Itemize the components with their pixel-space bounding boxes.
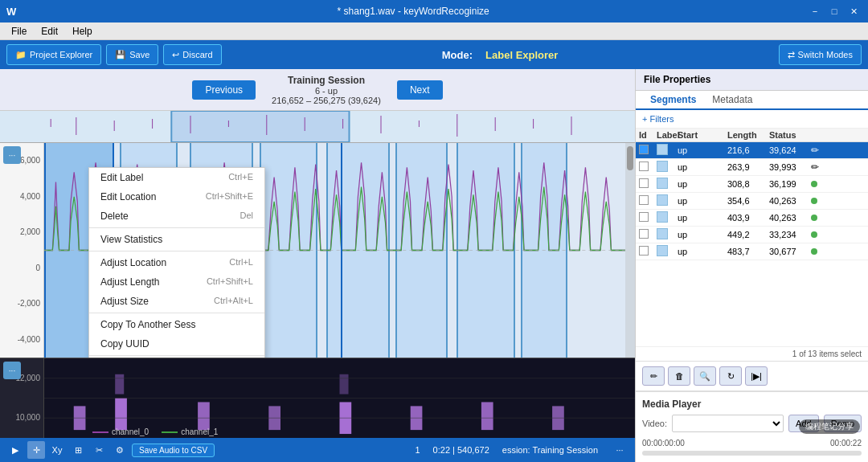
position-indicator: 1: [415, 445, 420, 455]
row-length: 39,624: [769, 145, 809, 155]
ctx-label: Edit Label: [100, 172, 143, 183]
row-checkbox[interactable]: [639, 145, 655, 156]
row-status: ✏: [811, 145, 843, 156]
context-menu-item[interactable]: Copy To Another Sess: [89, 315, 264, 334]
bottom-toolbar: ▶ ✛ Xy ⊞ ✂ ⚙ Save Audio to CSV 1 0:22 | …: [0, 438, 635, 462]
switch-modes-button[interactable]: ⇄ Switch Modes: [779, 44, 862, 65]
table-row[interactable]: up 308,8 36,199: [636, 176, 868, 193]
row-checkbox[interactable]: [639, 229, 655, 240]
legend: channel_0 channel_1: [92, 427, 218, 436]
waveform-main[interactable]: ··· 6,000 4,000 2,000 0 -2,000 -4,000: [0, 143, 635, 358]
next-action-button[interactable]: |▶|: [745, 366, 768, 386]
context-menu-item[interactable]: Adjust SizeCtrl+Alt+L: [89, 292, 264, 311]
table-header: Id Label Start Length Status: [636, 129, 868, 142]
row-checkbox[interactable]: [639, 212, 655, 223]
context-menu-item[interactable]: Adjust LocationCtrl+L: [89, 253, 264, 272]
context-menu-item[interactable]: DeleteDel: [89, 206, 264, 226]
next-button[interactable]: Next: [397, 80, 443, 100]
table-row[interactable]: up 483,7 30,677: [636, 243, 868, 260]
row-label: up: [678, 162, 726, 172]
bottom-waveform-options[interactable]: ···: [3, 362, 21, 379]
edit-menu[interactable]: Edit: [35, 24, 64, 39]
context-menu: Edit LabelCtrl+EEdit LocationCtrl+Shift+…: [88, 167, 265, 358]
row-status: [811, 213, 843, 223]
row-checkbox[interactable]: [639, 246, 655, 257]
segments-table[interactable]: Id Label Start Length Status up 216,6 39…: [636, 129, 868, 346]
cut-button[interactable]: ✂: [90, 441, 108, 459]
table-row[interactable]: up 263,9 39,993 ✏: [636, 159, 868, 176]
media-player-title: Media Player: [642, 399, 862, 410]
time-display: 0:22 | 540,672: [433, 445, 489, 455]
waveform-options-button[interactable]: ···: [3, 146, 21, 164]
timeline-bar[interactable]: [642, 451, 862, 456]
cursor-tool-button[interactable]: ✛: [27, 441, 45, 459]
discard-button[interactable]: ↩ Discard: [163, 44, 221, 65]
status-dot-icon: [811, 231, 817, 238]
mode-value: Label Explorer: [485, 49, 558, 61]
save-audio-csv-button[interactable]: Save Audio to CSV: [132, 444, 215, 457]
row-checkbox[interactable]: [639, 178, 655, 190]
filters-bar: + Filters: [636, 110, 868, 129]
fit-button[interactable]: ⊞: [69, 441, 87, 459]
table-row[interactable]: up 216,6 39,624 ✏: [636, 142, 868, 159]
table-row[interactable]: up 449,2 33,234: [636, 227, 868, 243]
svg-rect-1: [171, 111, 349, 142]
file-menu[interactable]: File: [5, 24, 33, 39]
tab-metadata[interactable]: Metadata: [704, 91, 760, 110]
maximize-button[interactable]: □: [826, 3, 842, 19]
status-dot-icon: [811, 181, 817, 187]
edit-action-button[interactable]: ✏: [642, 366, 665, 386]
status-dot-icon: [811, 198, 817, 204]
menubar: File Edit Help: [0, 22, 868, 40]
vertical-scrollbar[interactable]: [625, 143, 635, 358]
ctx-label: Copy To Another Sess: [100, 319, 196, 330]
discard-icon: ↩: [172, 50, 179, 60]
search-action-button[interactable]: 🔍: [694, 366, 716, 386]
row-label: up: [678, 145, 726, 155]
row-color: [657, 161, 676, 174]
context-menu-item[interactable]: Edit LabelCtrl+E: [89, 168, 264, 187]
video-select[interactable]: [672, 415, 784, 432]
row-start: 449,2: [727, 230, 768, 239]
waveform-canvas[interactable]: Edit LabelCtrl+EEdit LocationCtrl+Shift+…: [44, 143, 625, 358]
waveform-overview[interactable]: [0, 111, 635, 143]
tab-segments[interactable]: Segments: [642, 91, 704, 110]
context-menu-item[interactable]: Copy UUID: [89, 334, 264, 354]
previous-button[interactable]: Previous: [192, 80, 256, 100]
context-menu-item[interactable]: View Statistics: [89, 230, 264, 249]
col-start: Start: [678, 130, 726, 140]
spectrogram-svg: [44, 358, 635, 438]
filters-toggle[interactable]: + Filters: [642, 114, 674, 124]
tab-bar: Segments Metadata: [636, 91, 868, 110]
channel0-color: [92, 431, 108, 433]
session-nav: Previous Training Session 6 - up 216,652…: [0, 69, 635, 111]
row-checkbox[interactable]: [639, 195, 655, 206]
close-button[interactable]: ✕: [845, 3, 862, 19]
minimize-button[interactable]: −: [807, 3, 823, 19]
edit-icon: ✏: [811, 161, 819, 173]
table-row[interactable]: up 354,6 40,263: [636, 193, 868, 210]
ctx-shortcut: Ctrl+E: [228, 172, 253, 183]
play-button[interactable]: ▶: [6, 441, 24, 459]
svg-rect-25: [115, 374, 124, 395]
more-options-button[interactable]: ···: [611, 441, 628, 459]
save-button[interactable]: 💾 Save: [106, 44, 158, 65]
spectrogram-canvas[interactable]: channel_0 channel_1: [44, 358, 635, 438]
context-menu-item[interactable]: Adjust LengthCtrl+Shift+L: [89, 272, 264, 292]
table-body[interactable]: up 216,6 39,624 ✏ up 263,9 39,993 ✏ up 3…: [636, 142, 868, 260]
ctx-shortcut: Ctrl+Shift+E: [206, 191, 253, 202]
col-status: Status: [769, 130, 809, 140]
ctx-label: Edit Location: [100, 191, 156, 202]
help-menu[interactable]: Help: [66, 24, 99, 39]
col-length: Length: [727, 130, 768, 140]
settings-button[interactable]: ⚙: [111, 441, 129, 459]
xy-tool-button[interactable]: Xy: [48, 441, 66, 459]
file-properties-title: File Properties: [636, 69, 868, 91]
bottom-tools-left: ▶ ✛ Xy ⊞ ✂ ⚙ Save Audio to CSV: [6, 441, 215, 459]
project-explorer-button[interactable]: 📁 Project Explorer: [6, 44, 101, 65]
context-menu-item[interactable]: Edit LocationCtrl+Shift+E: [89, 187, 264, 206]
row-checkbox[interactable]: [639, 161, 655, 173]
table-row[interactable]: up 403,9 40,263: [636, 210, 868, 227]
delete-action-button[interactable]: 🗑: [668, 366, 690, 386]
refresh-action-button[interactable]: ↻: [719, 366, 742, 386]
